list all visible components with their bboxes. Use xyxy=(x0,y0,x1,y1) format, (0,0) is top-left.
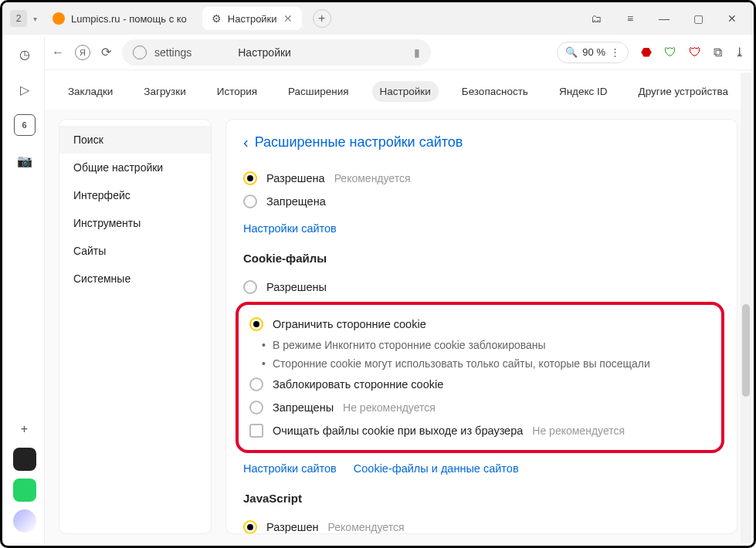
option-hint: Не рекомендуется xyxy=(343,401,436,414)
clock-icon[interactable]: ◷ xyxy=(14,43,36,65)
window-maximize-button[interactable]: ▢ xyxy=(684,5,712,32)
tab-lumpics[interactable]: Lumpics.ru - помощь с ко xyxy=(43,7,196,30)
settings-top-nav: Закладки Загрузки История Расширения Нас… xyxy=(45,73,751,110)
adblock-shield-icon[interactable]: ⬣ xyxy=(641,45,652,59)
sidebar-item-system[interactable]: Системные xyxy=(59,265,211,293)
js-opt-allowed[interactable]: Разрешен Рекомендуется xyxy=(243,516,720,534)
option-forbidden[interactable]: Запрещена xyxy=(243,190,720,213)
bookmark-icon[interactable]: ▮ xyxy=(414,46,420,59)
nav-other-devices[interactable]: Другие устройства xyxy=(631,81,737,102)
reader-icon[interactable]: 🗂 xyxy=(582,5,610,32)
option-hint: Рекомендуется xyxy=(334,172,411,184)
window-close-button[interactable]: ✕ xyxy=(718,5,746,32)
tabs-counter-icon[interactable]: 6 xyxy=(14,114,36,136)
app-shortcut-1[interactable] xyxy=(13,448,36,471)
section-cookies-title: Cookie-файлы xyxy=(243,252,720,265)
radio-icon[interactable] xyxy=(243,195,257,208)
gear-icon: ⚙ xyxy=(212,12,222,25)
settings-pane: Расширенные настройки сайтов Разрешена Р… xyxy=(225,119,737,534)
tab-label: Lumpics.ru - помощь с ко xyxy=(71,13,187,25)
security-shield-icon[interactable]: 🛡 xyxy=(689,46,701,59)
site-settings-link[interactable]: Настройки сайтов xyxy=(243,462,337,475)
option-label: Запрещена xyxy=(266,195,326,208)
sidebar-item-sites[interactable]: Сайты xyxy=(59,237,211,265)
pane-back-heading[interactable]: Расширенные настройки сайтов xyxy=(243,134,720,151)
site-favicon-icon xyxy=(53,12,65,25)
nav-extensions[interactable]: Расширения xyxy=(280,81,357,102)
radio-icon[interactable] xyxy=(243,280,257,294)
add-shortcut-button[interactable]: + xyxy=(14,418,36,440)
radio-icon[interactable] xyxy=(243,171,257,185)
nav-downloads[interactable]: Загрузки xyxy=(136,81,193,102)
zoom-value: 90 % xyxy=(582,46,605,58)
tab-count-badge[interactable]: 2 xyxy=(10,10,27,27)
checkbox-icon[interactable] xyxy=(249,424,263,438)
nav-settings[interactable]: Настройки xyxy=(372,81,439,102)
tab-label: Настройки xyxy=(228,13,277,25)
option-hint: Рекомендуется xyxy=(328,521,405,533)
play-icon[interactable]: ▷ xyxy=(14,79,36,100)
left-sidebar-strip: ◷ ▷ 6 📷 + xyxy=(5,37,45,543)
chevron-down-icon[interactable]: ▾ xyxy=(33,15,37,23)
cookie-data-link[interactable]: Cookie-файлы и данные сайтов xyxy=(354,462,519,475)
nav-history[interactable]: История xyxy=(209,81,265,102)
extensions-icon[interactable]: ⧉ xyxy=(714,46,722,59)
url-text: settings xyxy=(154,46,192,59)
cookie-opt-allowed[interactable]: Разрешены xyxy=(243,276,720,299)
title-bar: 2 ▾ Lumpics.ru - помощь с ко ⚙ Настройки… xyxy=(2,2,754,35)
settings-sidebar: Поиск Общие настройки Интерфейс Инструме… xyxy=(59,119,212,534)
tab-settings[interactable]: ⚙ Настройки ✕ xyxy=(202,7,302,30)
section-js-title: JavaScript xyxy=(243,492,720,505)
sidebar-item-tools[interactable]: Инструменты xyxy=(59,209,211,237)
nav-security[interactable]: Безопасность xyxy=(454,81,536,102)
cookie-clear-on-exit[interactable]: Очищать файлы cookie при выходе из брауз… xyxy=(249,419,710,442)
nav-yandex-id[interactable]: Яндекс ID xyxy=(551,81,615,102)
content-area: Закладки Загрузки История Расширения Нас… xyxy=(45,73,751,543)
sidebar-item-general[interactable]: Общие настройки xyxy=(59,154,211,181)
option-label: Очищать файлы cookie при выходе из брауз… xyxy=(273,425,523,437)
option-hint: Не рекомендуется xyxy=(532,425,625,437)
radio-icon[interactable] xyxy=(249,377,263,391)
option-label: Ограничить сторонние cookie xyxy=(273,318,426,330)
cookie-opt-block[interactable]: Заблокировать сторонние cookie xyxy=(249,373,710,396)
zoom-menu-icon[interactable]: ⋮ xyxy=(610,46,620,58)
scrollbar-thumb[interactable] xyxy=(742,304,750,397)
url-page-title: Настройки xyxy=(238,46,291,59)
zoom-indicator[interactable]: 🔍 90 % ⋮ xyxy=(557,42,629,63)
zoom-lens-icon: 🔍 xyxy=(565,46,578,58)
option-label: Разрешен xyxy=(266,521,319,533)
protect-shield-icon[interactable]: 🛡 xyxy=(664,46,676,59)
close-tab-icon[interactable]: ✕ xyxy=(283,12,293,25)
menu-icon[interactable]: ≡ xyxy=(616,5,644,32)
globe-icon xyxy=(133,46,147,59)
nav-bookmarks[interactable]: Закладки xyxy=(60,81,120,102)
address-bar-input[interactable]: settings Настройки ▮ xyxy=(122,39,431,66)
cookie-opt-forbidden[interactable]: Запрещены Не рекомендуется xyxy=(249,396,710,419)
scrollbar[interactable] xyxy=(741,73,751,543)
option-allowed[interactable]: Разрешена Рекомендуется xyxy=(243,167,720,190)
cookie-opt-limit[interactable]: Ограничить сторонние cookie xyxy=(249,313,710,336)
reload-button[interactable]: ⟳ xyxy=(101,45,111,59)
option-label: Разрешена xyxy=(266,172,325,184)
cookie-subnote-2: Сторонние cookie могут использовать толь… xyxy=(249,354,710,373)
option-label: Запрещены xyxy=(273,401,334,414)
new-tab-button[interactable]: + xyxy=(313,9,331,28)
option-label: Заблокировать сторонние cookie xyxy=(273,378,443,391)
sidebar-item-search[interactable]: Поиск xyxy=(59,126,211,154)
address-bar: ← Я ⟳ settings Настройки ▮ 🔍 90 % ⋮ ⬣ 🛡 … xyxy=(42,35,754,70)
sidebar-item-interface[interactable]: Интерфейс xyxy=(59,181,211,209)
option-label: Разрешены xyxy=(266,281,327,293)
downloads-icon[interactable]: ⤓ xyxy=(734,45,744,59)
highlighted-callout: Ограничить сторонние cookie В режиме Инк… xyxy=(236,302,724,453)
radio-icon[interactable] xyxy=(249,317,263,331)
app-shortcut-whatsapp[interactable] xyxy=(13,479,36,502)
radio-icon[interactable] xyxy=(243,520,257,534)
alice-assistant-icon[interactable] xyxy=(13,509,36,533)
yandex-logo-icon[interactable]: Я xyxy=(75,45,90,60)
radio-icon[interactable] xyxy=(249,401,263,414)
camera-icon[interactable]: 📷 xyxy=(14,150,36,171)
back-button[interactable]: ← xyxy=(52,46,64,59)
site-settings-link[interactable]: Настройки сайтов xyxy=(243,222,337,235)
cookie-subnote-1: В режиме Инкогнито сторонние cookie забл… xyxy=(249,336,710,354)
window-minimize-button[interactable]: — xyxy=(650,5,678,32)
